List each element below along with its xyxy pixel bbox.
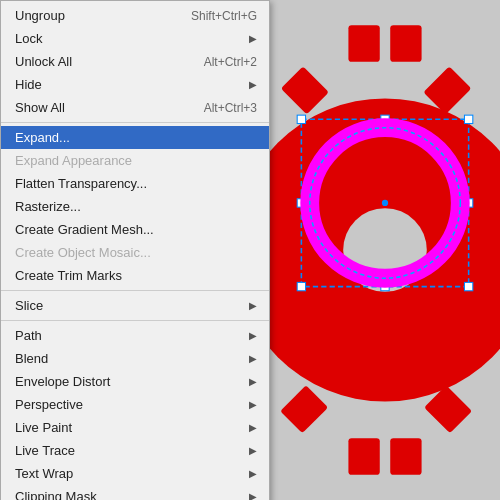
submenu-arrow-hide: ▶ [249, 79, 257, 90]
svg-rect-2 [348, 438, 379, 475]
menu-item-expand[interactable]: Expand... [1, 126, 269, 149]
submenu-arrow-blend: ▶ [249, 353, 257, 364]
menu-item-label-envelope-distort: Envelope Distort [15, 374, 241, 389]
submenu-arrow-live-trace: ▶ [249, 445, 257, 456]
menu-item-text-wrap[interactable]: Text Wrap▶ [1, 462, 269, 485]
menu-item-label-text-wrap: Text Wrap [15, 466, 241, 481]
menu-item-clipping-mask[interactable]: Clipping Mask▶ [1, 485, 269, 500]
menu-shortcut-unlock-all: Alt+Ctrl+2 [204, 55, 257, 69]
menu-item-label-slice: Slice [15, 298, 241, 313]
submenu-arrow-lock: ▶ [249, 33, 257, 44]
submenu-arrow-envelope-distort: ▶ [249, 376, 257, 387]
menu-item-label-live-trace: Live Trace [15, 443, 241, 458]
menu-item-perspective[interactable]: Perspective▶ [1, 393, 269, 416]
menu-item-live-trace[interactable]: Live Trace▶ [1, 439, 269, 462]
svg-rect-0 [348, 25, 379, 62]
svg-rect-17 [464, 115, 472, 123]
menu-item-create-gradient-mesh[interactable]: Create Gradient Mesh... [1, 218, 269, 241]
gear-artwork [260, 20, 500, 480]
submenu-arrow-text-wrap: ▶ [249, 468, 257, 479]
svg-point-25 [382, 200, 388, 206]
menu-item-label-blend: Blend [15, 351, 241, 366]
menu-item-flatten-transparency[interactable]: Flatten Transparency... [1, 172, 269, 195]
menu-item-unlock-all[interactable]: Unlock AllAlt+Ctrl+2 [1, 50, 269, 73]
menu-item-label-expand: Expand... [15, 130, 257, 145]
menu-item-label-clipping-mask: Clipping Mask [15, 489, 241, 500]
menu-item-label-expand-appearance: Expand Appearance [15, 153, 257, 168]
svg-rect-20 [297, 282, 305, 290]
menu-item-lock[interactable]: Lock▶ [1, 27, 269, 50]
menu-item-label-show-all: Show All [15, 100, 184, 115]
submenu-arrow-clipping-mask: ▶ [249, 491, 257, 500]
menu-item-envelope-distort[interactable]: Envelope Distort▶ [1, 370, 269, 393]
menu-shortcut-show-all: Alt+Ctrl+3 [204, 101, 257, 115]
menu-item-path[interactable]: Path▶ [1, 324, 269, 347]
menu-separator-create-trim-marks [1, 290, 269, 291]
menu-item-label-create-trim-marks: Create Trim Marks [15, 268, 257, 283]
menu-item-label-unlock-all: Unlock All [15, 54, 184, 69]
menu-item-label-hide: Hide [15, 77, 241, 92]
menu-item-label-lock: Lock [15, 31, 241, 46]
submenu-arrow-live-paint: ▶ [249, 422, 257, 433]
context-menu: UngroupShift+Ctrl+GLock▶Unlock AllAlt+Ct… [0, 0, 270, 500]
menu-item-create-object-mosaic: Create Object Mosaic... [1, 241, 269, 264]
submenu-arrow-path: ▶ [249, 330, 257, 341]
menu-item-ungroup[interactable]: UngroupShift+Ctrl+G [1, 4, 269, 27]
menu-item-label-perspective: Perspective [15, 397, 241, 412]
menu-item-blend[interactable]: Blend▶ [1, 347, 269, 370]
svg-rect-15 [297, 115, 305, 123]
menu-item-label-flatten-transparency: Flatten Transparency... [15, 176, 257, 191]
menu-separator-show-all [1, 122, 269, 123]
submenu-arrow-slice: ▶ [249, 300, 257, 311]
menu-item-hide[interactable]: Hide▶ [1, 73, 269, 96]
submenu-arrow-perspective: ▶ [249, 399, 257, 410]
svg-rect-22 [464, 282, 472, 290]
menu-item-live-paint[interactable]: Live Paint▶ [1, 416, 269, 439]
menu-item-create-trim-marks[interactable]: Create Trim Marks [1, 264, 269, 287]
menu-separator-slice [1, 320, 269, 321]
menu-item-expand-appearance: Expand Appearance [1, 149, 269, 172]
menu-item-label-ungroup: Ungroup [15, 8, 171, 23]
menu-item-label-path: Path [15, 328, 241, 343]
menu-item-label-create-object-mosaic: Create Object Mosaic... [15, 245, 257, 260]
menu-item-label-create-gradient-mesh: Create Gradient Mesh... [15, 222, 257, 237]
svg-rect-3 [390, 438, 421, 475]
svg-rect-8 [281, 66, 329, 114]
menu-shortcut-ungroup: Shift+Ctrl+G [191, 9, 257, 23]
menu-item-label-live-paint: Live Paint [15, 420, 241, 435]
svg-rect-10 [280, 385, 328, 433]
svg-rect-1 [390, 25, 421, 62]
menu-item-label-rasterize: Rasterize... [15, 199, 257, 214]
menu-item-show-all[interactable]: Show AllAlt+Ctrl+3 [1, 96, 269, 119]
menu-item-rasterize[interactable]: Rasterize... [1, 195, 269, 218]
menu-item-slice[interactable]: Slice▶ [1, 294, 269, 317]
